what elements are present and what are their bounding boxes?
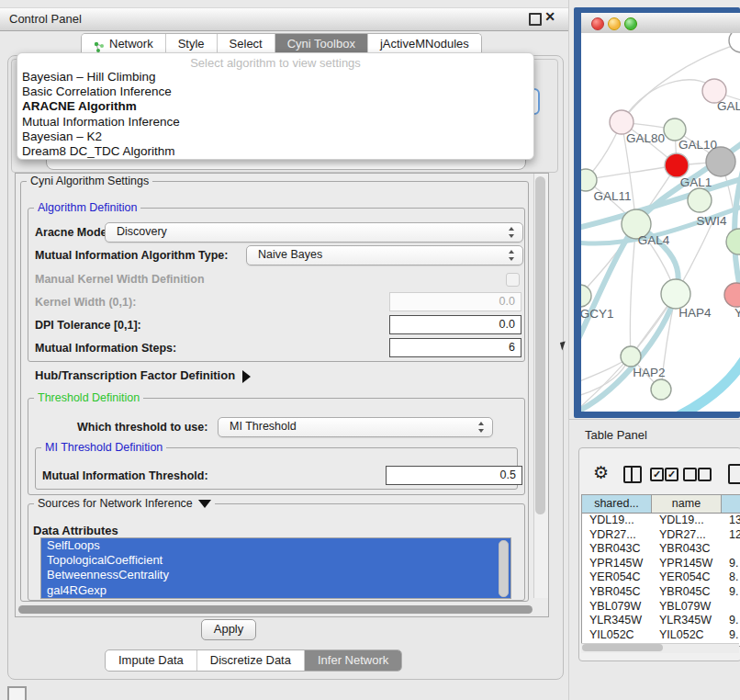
mi-threshold-label: Mutual Information Threshold: — [42, 469, 208, 482]
horizontal-scrollbar-thumb[interactable] — [18, 605, 533, 614]
columns-icon[interactable] — [623, 466, 642, 483]
table-cell: YLR345W — [582, 614, 652, 628]
tab-infer-network[interactable]: Infer Network — [305, 650, 401, 671]
network-node-labels: GALGAL80GAL10GAL1GAL11SWI4GAL4GCY1HAP4YH… — [581, 99, 740, 379]
node-label: GCY1 — [581, 307, 613, 321]
network-window-titlebar[interactable] — [581, 13, 740, 34]
mi-steps-field[interactable]: 6 — [389, 338, 521, 357]
apply-button[interactable]: Apply — [201, 619, 256, 640]
zoom-traffic-light[interactable] — [624, 17, 637, 30]
algorithm-option[interactable]: ARACNE Algorithm — [17, 99, 533, 114]
tab-impute-data[interactable]: Impute Data — [106, 650, 197, 671]
control-panel: Control Panel ✕ Network Style Select Cyn… — [0, 0, 569, 700]
tab-label: Infer Network — [318, 653, 388, 667]
node-label: SWI4 — [696, 214, 726, 228]
tab-jactivemnodules[interactable]: jActiveMNodules — [368, 34, 481, 54]
network-canvas[interactable]: GALGAL80GAL10GAL1GAL11SWI4GAL4GCY1HAP4YH… — [581, 33, 740, 412]
node-label: GAL11 — [593, 189, 631, 203]
node-label: GAL4 — [638, 233, 670, 247]
network-node-gcy1[interactable] — [581, 285, 591, 307]
column-header[interactable]: name — [652, 495, 722, 513]
list-scrollbar-thumb[interactable] — [499, 540, 509, 597]
table-cell: YDL19... — [652, 514, 722, 528]
table-row[interactable]: YLR345WYLR345W9. — [582, 614, 740, 628]
table-row[interactable]: YBR045CYBR045C9. — [582, 585, 740, 600]
tab-style[interactable]: Style — [166, 34, 218, 54]
algorithm-dropdown: Select algorithm to view settings Bayesi… — [17, 52, 534, 160]
network-node-hap4[interactable] — [661, 279, 690, 309]
sources-toggle[interactable]: Sources for Network Inference — [34, 497, 215, 510]
node-label: GAL10 — [678, 138, 717, 152]
control-panel-titlebar: Control Panel — [0, 7, 568, 31]
kernel-width-field[interactable]: 0.0 — [389, 292, 521, 311]
network-node-gal1[interactable] — [665, 153, 689, 177]
algorithm-option[interactable]: Basic Correlation Inference — [17, 85, 533, 99]
network-icon — [94, 39, 105, 50]
column-header[interactable]: shared... — [582, 495, 652, 513]
attribute-item-selected[interactable]: gal4RGexp — [41, 583, 510, 598]
tab-label: Network — [109, 34, 153, 54]
bottom-tabs: Impute Data Discretize Data Infer Networ… — [105, 649, 402, 672]
dpi-tolerance-field[interactable]: 0.0 — [389, 315, 521, 334]
network-node-swi4[interactable] — [688, 188, 712, 212]
aracne-mode-combo[interactable]: Discovery — [105, 222, 523, 243]
close-icon[interactable]: ✕ — [544, 11, 555, 22]
mi-algorithm-type-combo[interactable]: Naive Bayes — [246, 245, 523, 265]
docked-panel-icon[interactable] — [7, 686, 27, 700]
checked-checkbox-icon[interactable] — [650, 468, 664, 481]
table-cell: 9. — [722, 628, 740, 643]
unchecked-checkbox-icon[interactable] — [698, 468, 712, 481]
data-attributes-list[interactable]: SelfLoopsTopologicalCoefficientBetweenne… — [40, 537, 511, 599]
network-node-hap2[interactable] — [621, 346, 641, 367]
table-row[interactable]: YPR145WYPR145W9. — [582, 557, 740, 571]
combo-value: Discovery — [117, 225, 167, 238]
table-horizontal-scrollbar-thumb[interactable] — [582, 644, 663, 651]
close-traffic-light[interactable] — [591, 17, 604, 30]
table-row[interactable]: YIL052CYIL052C9. — [582, 628, 740, 643]
table-row[interactable]: YDR27...YDR27...12 — [582, 528, 740, 543]
gear-icon[interactable]: ⚙ — [593, 464, 609, 482]
algorithm-option[interactable]: Mutual Information Inference — [17, 115, 533, 130]
which-threshold-combo[interactable]: MI Threshold — [218, 417, 493, 437]
table-cell — [722, 542, 740, 557]
attribute-item-selected[interactable]: SelfLoops — [41, 538, 510, 553]
mi-steps-label: Mutual Information Steps: — [35, 342, 176, 355]
table-cell: YER054C — [582, 570, 652, 585]
tab-label: Select — [230, 34, 263, 54]
mi-threshold-field[interactable]: 0.5 — [386, 466, 522, 485]
table-row[interactable]: YBR043CYBR043C — [582, 542, 740, 557]
attribute-item-selected[interactable]: BetweennessCentrality — [41, 568, 510, 582]
network-node[interactable] — [726, 229, 740, 254]
unchecked-checkbox-icon[interactable] — [683, 468, 697, 481]
network-node[interactable] — [729, 33, 740, 52]
network-node-gal11[interactable] — [581, 169, 597, 191]
document-icon[interactable] — [728, 464, 740, 484]
table-row[interactable]: YBL079WYBL079W — [582, 600, 740, 615]
algorithm-option[interactable]: Dream8 DC_TDC Algorithm — [17, 144, 533, 159]
table-cell: YBL079W — [652, 600, 722, 615]
attribute-item-selected[interactable]: TopologicalCoefficient — [41, 553, 510, 568]
column-header[interactable] — [722, 495, 740, 513]
checked-checkbox-icon[interactable] — [665, 468, 678, 481]
node-label: HAP2 — [633, 366, 665, 379]
data-attributes-label: Data Attributes — [33, 524, 118, 537]
network-node-y[interactable] — [724, 283, 740, 307]
group-title: Threshold Definition — [34, 391, 143, 404]
float-window-icon[interactable] — [529, 13, 542, 26]
tab-cyni-toolbox[interactable]: Cyni Toolbox — [275, 34, 368, 54]
tab-select[interactable]: Select — [218, 34, 275, 54]
table-row[interactable]: YDL19...YDL19...13 — [582, 514, 740, 528]
table-cell: YBL079W — [582, 600, 652, 615]
table-row[interactable]: YER054CYER054C8. — [582, 570, 740, 585]
tab-discretize-data[interactable]: Discretize Data — [197, 650, 305, 671]
network-node[interactable] — [651, 379, 671, 400]
manual-kernel-checkbox[interactable] — [506, 273, 520, 287]
tab-network[interactable]: Network — [82, 34, 166, 54]
minimize-traffic-light[interactable] — [608, 17, 621, 30]
algorithm-option[interactable]: Bayesian – K2 — [17, 130, 533, 144]
node-table[interactable]: shared...name YDL19...YDL19...13YDR27...… — [581, 494, 740, 647]
algorithm-option[interactable]: Bayesian – Hill Climbing — [17, 70, 533, 85]
hub-definition-toggle[interactable]: Hub/Transcription Factor Definition — [35, 368, 251, 383]
vertical-scrollbar-thumb[interactable] — [535, 176, 545, 514]
group-title: Cyni Algorithm Settings — [27, 175, 152, 187]
